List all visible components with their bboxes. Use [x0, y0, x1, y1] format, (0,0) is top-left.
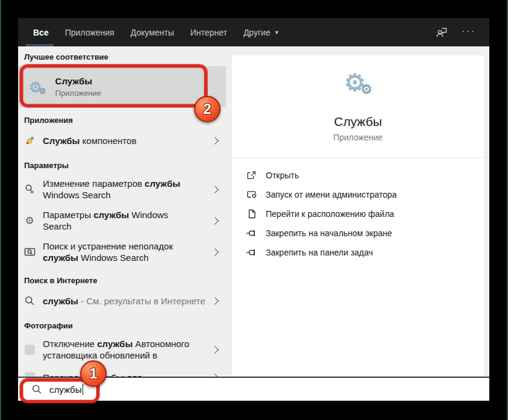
preview-panel: ⚙⚙ Службы Приложение ОткрытьЗапуск от им… [226, 46, 489, 377]
section-header: Приложения [24, 116, 226, 125]
chevron-right-icon [211, 346, 219, 354]
context-action[interactable]: Перейти к расположению файла [245, 204, 469, 224]
tab-documents[interactable]: Документы [131, 28, 174, 37]
chevron-right-icon [211, 248, 219, 256]
preview-subtitle: Приложение [232, 133, 484, 142]
active-tab-underline [26, 44, 54, 46]
topbar-actions: ··· [435, 26, 489, 39]
preview-hero: ⚙⚙ Службы Приложение [232, 55, 484, 142]
admin-shield-icon [246, 189, 257, 200]
context-action[interactable]: Запуск от имени администратора [245, 185, 469, 204]
result-row[interactable]: Отключение службы Автономногоустановщика… [18, 334, 226, 365]
tab-all[interactable]: Все [33, 28, 49, 37]
component-services-icon [25, 136, 35, 146]
result-row[interactable]: Переход в службы для [18, 365, 226, 377]
chevron-right-icon [211, 186, 219, 193]
preview-title: Службы [232, 114, 484, 129]
chevron-right-icon [211, 137, 219, 145]
more-options-icon[interactable]: ··· [462, 26, 476, 39]
search-settings-icon [24, 184, 35, 195]
result-row[interactable]: службы - См. результаты в Интернете [18, 289, 226, 313]
context-action[interactable]: Закрепить на начальном экране [245, 224, 469, 243]
section-header: Лучшее соответствие [24, 52, 226, 61]
search-icon [24, 295, 35, 306]
preview-card: ⚙⚙ Службы Приложение ОткрытьЗапуск от им… [232, 55, 484, 375]
pin-taskbar-icon [246, 248, 257, 257]
chevron-right-icon [211, 217, 219, 225]
services-gears-icon: ⚙⚙ [344, 70, 372, 100]
section-header: Параметры [24, 161, 226, 170]
result-row[interactable]: ⚙Параметры службы WindowsSearch [18, 205, 226, 236]
feedback-user-icon[interactable] [435, 26, 448, 39]
annotation-badge-step2: 2 [194, 96, 221, 122]
result-row[interactable]: Поиск и устранение неполадокслужбы Windo… [18, 236, 226, 268]
search-topbar: ВсеПриложенияДокументыИнтернетДругие▼ ··… [18, 18, 489, 46]
screen-edge-artifact [0, 0, 1, 420]
open-icon [246, 170, 257, 181]
pin-start-icon [246, 228, 257, 238]
context-action[interactable]: Закрепить на панели задач [245, 243, 469, 262]
section-header: Поиск в Интернете [24, 276, 226, 285]
gear-icon: ⚙ [25, 216, 34, 226]
annotation-badge-step1: 1 [80, 360, 107, 387]
photo-placeholder-icon [25, 372, 35, 377]
troubleshoot-icon [24, 247, 36, 257]
file-location-icon [246, 208, 257, 219]
chevron-right-icon [211, 297, 219, 305]
chevron-down-icon: ▼ [274, 30, 280, 36]
annotation-box-step2 [20, 64, 207, 107]
tab-more[interactable]: Другие▼ [243, 28, 280, 37]
chevron-right-icon [211, 374, 219, 377]
context-action[interactable]: Открыть [245, 166, 469, 185]
tab-bar: ВсеПриложенияДокументыИнтернетДругие▼ [18, 28, 296, 37]
result-row[interactable]: Изменение параметров службыWindows Searc… [18, 174, 226, 205]
section-header: Фотографии [24, 321, 226, 330]
result-row[interactable]: Службы компонентов [18, 128, 226, 152]
tab-apps[interactable]: Приложения [65, 28, 114, 37]
tab-web[interactable]: Интернет [190, 28, 227, 37]
context-action-list: ОткрытьЗапуск от имени администратораПер… [232, 158, 484, 262]
screen: ВсеПриложенияДокументыИнтернетДругие▼ ··… [0, 0, 508, 420]
services-gears-icon: ⚙⚙ [344, 70, 372, 94]
photo-placeholder-icon [25, 345, 35, 355]
